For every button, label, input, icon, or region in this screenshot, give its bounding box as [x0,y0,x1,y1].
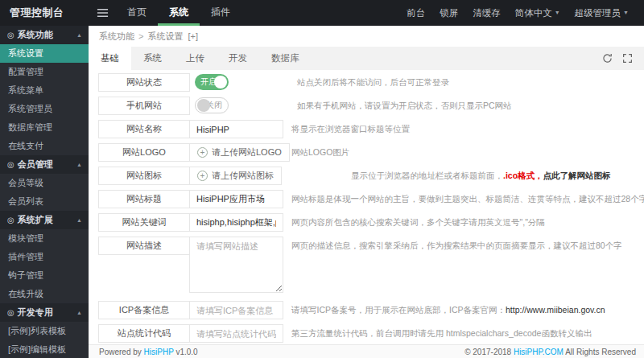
field-help: 第三方流量统计代码，前台调用时请先用 htmlspecialchars_deco… [291,324,592,343]
tab-develop[interactable]: 开发 [217,47,259,70]
field-label: 网站状态 [98,73,190,92]
top-header: 管理控制台 首页 系统 插件 前台 锁屏 清缓存 简体中文▼ 超级管理员▼ [0,0,644,26]
form-row-site-status: 网站状态 开启 站点关闭后将不能访问，后台可正常登录 [98,73,644,92]
tab-upload[interactable]: 上传 [174,47,217,70]
chevron-up-icon: ▲ [76,217,82,223]
rights-text: All Rights Reserved [564,348,636,356]
field-help: 显示位于浏览器的地址栏或者标题前面，.ico格式，点此了解网站图标 [351,167,611,185]
gear-icon: ◎ [7,308,14,317]
field-label: 站点统计代码 [98,324,190,343]
fullscreen-icon[interactable] [622,53,633,64]
refresh-icon[interactable] [602,53,613,64]
sidebar-group-members[interactable]: ◎ 会员管理 ▲ [0,155,89,174]
field-help: 如果有手机网站，请设置为开启状态，否则只显示PC网站 [297,97,512,115]
user-dropdown[interactable]: 超级管理员▼ [568,7,636,19]
field-help: 网页的描述信息，搜索引擎采纳后，作为搜索结果中的页面摘要显示，建议不超过80个字 [291,237,622,255]
header-right-menu: 前台 锁屏 清缓存 简体中文▼ 超级管理员▼ [399,0,644,26]
breadcrumb-separator: > [138,31,143,41]
menu-toggle-icon[interactable] [89,0,116,26]
help-text: 请填写ICP备案号，用于展示在网站底部，ICP备案官网： [291,305,506,315]
sidebar-item-config[interactable]: 配置管理 [0,63,89,81]
site-description-textarea[interactable] [189,237,283,293]
form-row-mobile-site: 手机网站 关闭 如果有手机网站，请设置为开启状态，否则只显示PC网站 [98,97,644,115]
nav-home[interactable]: 首页 [116,0,158,26]
breadcrumb-parent[interactable]: 系统功能 [99,31,134,41]
sidebar-group-title: 系统功能 [18,29,53,41]
tab-system[interactable]: 系统 [131,47,174,70]
toggle-knob [214,76,227,88]
form-row-icp: ICP备案信息 请填写ICP备案号，用于展示在网站底部，ICP备案官网：http… [98,301,644,319]
upload-favicon-button[interactable]: + 请上传网站图标 [189,167,282,185]
site-name-input[interactable] [189,120,283,138]
form-row-site-logo: 网站LOGO + 请上传网站LOGO 网站LOGO图片 [98,143,644,162]
sidebar-group-dev[interactable]: ◎ 开发专用 ▲ [0,303,89,322]
chevron-up-icon: ▲ [76,162,82,167]
lock-screen-link[interactable]: 锁屏 [432,7,465,19]
sidebar-group-extensions[interactable]: ◎ 系统扩展 ▲ [0,211,89,229]
icp-input[interactable] [189,301,283,319]
sidebar-item-member-list[interactable]: 会员列表 [0,192,89,211]
sidebar-item-demo-list[interactable]: [示例]列表模板 [0,322,89,340]
chevron-down-icon: ▼ [555,10,560,15]
sidebar-item-admins[interactable]: 系统管理员 [0,100,89,118]
gear-icon: ◎ [7,160,14,169]
site-status-toggle[interactable]: 开启 [195,74,229,90]
breadcrumb: 系统功能>系统设置[+] [89,26,644,47]
site-keywords-input[interactable] [189,213,283,232]
sidebar-item-payment[interactable]: 在线支付 [0,137,89,155]
hisiphp-com-link[interactable]: HisiPHP.COM [514,348,564,356]
site-title-input[interactable] [189,190,283,208]
powered-by-text: Powered by [99,348,144,356]
sidebar-item-plugins[interactable]: 插件管理 [0,248,89,266]
tab-tools [602,47,644,70]
field-label: 网站描述 [98,237,190,255]
field-label: ICP备案信息 [98,301,190,319]
field-label: 网站标题 [98,190,190,208]
upload-logo-button[interactable]: + 请上传网站LOGO [189,143,290,162]
tab-basic[interactable]: 基础 [89,47,131,70]
sidebar-group-title: 开发专用 [18,307,53,319]
field-help: 请填写ICP备案号，用于展示在网站底部，ICP备案官网：http://www.m… [291,301,605,319]
breadcrumb-current[interactable]: 系统设置 [147,31,183,41]
form-row-site-icon: 网站图标 + 请上传网站图标 显示位于浏览器的地址栏或者标题前面，.ico格式，… [98,167,644,185]
sidebar-group-system[interactable]: ◎ 系统功能 ▲ [0,26,89,44]
frontend-link[interactable]: 前台 [399,7,432,19]
sidebar-group-title: 会员管理 [18,158,53,171]
language-dropdown[interactable]: 简体中文▼ [508,7,568,19]
sidebar-item-member-levels[interactable]: 会员等级 [0,174,89,192]
settings-tabbar: 基础 系统 上传 开发 数据库 [89,47,644,70]
form-row-site-name: 网站名称 将显示在浏览器窗口标题等位置 [98,120,644,138]
form-row-site-keywords: 网站关键词 网页内容所包含的核心搜索关键词，多个关键字请用英文逗号","分隔 [98,213,644,232]
field-label: 手机网站 [98,97,190,115]
field-help: 站点关闭后将不能访问，后台可正常登录 [297,73,449,92]
sidebar-item-upgrade[interactable]: 在线升级 [0,285,89,303]
clear-cache-link[interactable]: 清缓存 [465,7,508,19]
sidebar-item-site-settings[interactable]: 系统设置 [0,44,89,63]
settings-form: 网站状态 开启 站点关闭后将不能访问，后台可正常登录 手机网站 关闭 如果有手机… [89,70,644,343]
nav-system[interactable]: 系统 [158,0,200,26]
app-title: 管理控制台 [0,0,89,26]
stats-code-input[interactable] [189,324,283,343]
chevron-up-icon: ▲ [76,310,82,315]
tab-database[interactable]: 数据库 [259,47,312,70]
sidebar-group-title: 系统扩展 [18,214,53,226]
plus-circle-icon: + [197,171,208,181]
sidebar: ◎ 系统功能 ▲ 系统设置 配置管理 系统菜单 系统管理员 数据库管理 在线支付… [0,26,89,358]
sidebar-item-database[interactable]: 数据库管理 [0,118,89,137]
field-label: 网站图标 [98,167,190,185]
sidebar-item-demo-edit[interactable]: [示例]编辑模板 [0,340,89,358]
field-label: 网站关键词 [98,213,190,232]
sidebar-item-menus[interactable]: 系统菜单 [0,81,89,100]
sidebar-item-hooks[interactable]: 钩子管理 [0,266,89,285]
breadcrumb-add-tab[interactable]: [+] [188,31,198,41]
hisiphp-link[interactable]: HisiPHP [144,348,174,356]
favicon-info-link[interactable]: 点此了解网站图标 [543,171,611,180]
footer: Powered by HisiPHP v1.0.0 © 2017-2018 Hi… [89,344,644,358]
upload-button-label: 请上传网站图标 [212,170,274,182]
sidebar-item-modules[interactable]: 模块管理 [0,229,89,248]
nav-plugins[interactable]: 插件 [200,0,242,26]
toggle-knob [197,99,210,112]
gear-icon: ◎ [7,216,14,224]
mobile-site-toggle[interactable]: 关闭 [195,97,229,113]
main-area: 系统功能>系统设置[+] 基础 系统 上传 开发 数据库 网站状态 [89,26,644,358]
